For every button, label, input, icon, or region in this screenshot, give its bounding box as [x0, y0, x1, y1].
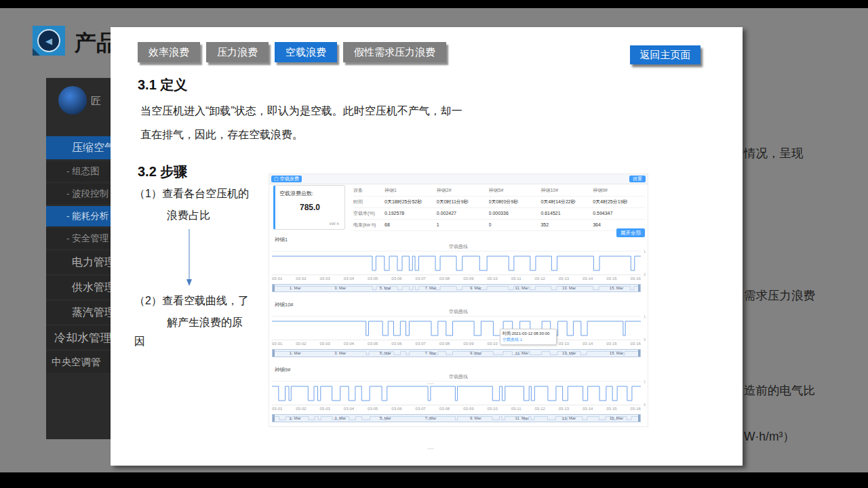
slider-label: 5. Mar — [380, 285, 391, 291]
x-axis-tick: 03-05 — [368, 341, 378, 346]
x-axis-tick: 03-09 — [463, 406, 473, 411]
step1-text: 浪费占比 — [167, 209, 210, 223]
table-cell: 0天0时11分9秒 — [437, 197, 489, 208]
table-header-cell: 神钢2# — [437, 185, 489, 197]
x-axis-tick: 03-07 — [416, 341, 426, 346]
legend-label: 空载曲线 — [449, 243, 468, 250]
slider-label: 7. Mar — [425, 285, 436, 291]
x-axis-tick: 03-04 — [344, 276, 354, 281]
chart-title: 神钢9# — [275, 367, 648, 373]
y-axis-tick: 1 — [644, 314, 646, 319]
y-axis-tick: 0 — [644, 403, 646, 407]
datazoom-slider[interactable]: 1. Mar3. Mar5. Mar7. Mar9. Mar11. Mar13.… — [272, 414, 641, 422]
step2-text: 因 — [134, 335, 145, 349]
chart-title: 神钢10# — [275, 302, 648, 308]
x-axis-tick: 03-04 — [344, 406, 354, 411]
y-axis-tick: 0 — [644, 272, 646, 277]
x-axis-tick: 03-01 — [272, 406, 282, 411]
x-axis-tick: 03-07 — [416, 406, 426, 411]
chart-block: 神钢1空载曲线1003-0103-0203-0303-0403-0503-060… — [269, 237, 648, 300]
down-arrow-icon — [185, 229, 193, 287]
x-axis-tick: 03-14 — [583, 406, 593, 411]
settings-button[interactable]: 设置 — [629, 176, 646, 182]
x-axis-tick: 03-06 — [391, 276, 401, 281]
background-text-fragment: 情况，呈现 — [744, 145, 804, 161]
x-axis-tick: 03-03 — [320, 406, 330, 411]
x-axis-tick: 03-10 — [487, 406, 497, 411]
table-row-label: 时间 — [353, 197, 384, 208]
table-header-cell: 神钢10# — [540, 185, 593, 197]
slider-label: 15. Mar — [610, 285, 623, 291]
slider-label: 15. Mar — [610, 350, 623, 357]
definition-line: 当空压机进入“卸载”状态，即认为是空载。此时空压机不产气，却一 — [140, 99, 500, 123]
tab-item[interactable]: 假性需求压力浪费 — [343, 42, 446, 62]
dashboard-screenshot: ▢ 空载浪费 设置 空载浪费总数: 785.0 kW·h 设备神钢1神钢2#神钢… — [269, 174, 648, 427]
chart-legend[interactable]: 空载曲线 — [269, 243, 648, 249]
x-axis-tick: 03-10 — [487, 341, 497, 346]
chart-legend[interactable]: 空载曲线 — [269, 373, 648, 380]
chart-legend[interactable]: 空载曲线 — [269, 308, 648, 314]
tooltip-value: 空载曲线:1 — [502, 337, 554, 343]
waste-table: 设备神钢1神钢2#神钢5#神钢10#神钢9#时间0天18时25分52秒0天0时1… — [353, 185, 645, 231]
table-cell: 352 — [540, 220, 593, 231]
step2-text: 解产生浪费的原 — [167, 316, 243, 330]
chart-plot[interactable]: 10 — [272, 316, 641, 340]
chart-plot[interactable]: 10 — [272, 381, 641, 405]
app-logo-icon — [58, 86, 87, 115]
back-button[interactable]: ◀ — [33, 26, 65, 56]
table-cell: 1 — [437, 220, 489, 231]
tab-item[interactable]: 效率浪费 — [138, 42, 200, 62]
x-axis-tick: 03-01 — [272, 276, 282, 281]
slider-label: 11. Mar — [515, 285, 529, 291]
table-cell: 0天4时25分19秒 — [593, 197, 645, 208]
table-header-cell: 设备 — [353, 185, 384, 197]
x-axis-tick: 03-15 — [606, 406, 616, 411]
step1-text: （1）查看各台空压机的 — [134, 187, 249, 201]
y-axis-tick: 1 — [644, 249, 646, 253]
dashboard-title-badge: ▢ 空载浪费 — [271, 176, 302, 182]
slider-label: 7. Mar — [425, 350, 436, 357]
slider-label: 9. Mar — [470, 350, 481, 357]
slider-label: 13. Mar — [562, 415, 576, 422]
x-axis-ticks: 03-0103-0203-0303-0403-0503-0603-0703-08… — [272, 276, 641, 281]
background-text-fragment: 造前的电气比 — [744, 382, 815, 399]
x-axis-tick: 03-02 — [296, 406, 306, 411]
table-cell: 0天18时25分52秒 — [384, 197, 437, 208]
slider-label: 1. Mar — [290, 285, 301, 291]
x-axis-tick: 03-11 — [511, 276, 521, 281]
datazoom-slider[interactable]: 1. Mar3. Mar5. Mar7. Mar9. Mar11. Mar13.… — [272, 284, 641, 292]
tab-item[interactable]: 空载浪费 — [275, 42, 337, 62]
x-axis-tick: 03-06 — [391, 341, 401, 346]
slider-labels: 1. Mar3. Mar5. Mar7. Mar9. Mar11. Mar13.… — [273, 285, 640, 291]
slider-label: 5. Mar — [380, 350, 391, 357]
slider-label: 3. Mar — [334, 285, 346, 291]
return-home-button[interactable]: 返回主页面 — [630, 45, 701, 64]
table-cell: 0天4时14分22秒 — [540, 197, 593, 208]
slider-label: 1. Mar — [290, 415, 301, 422]
chart-tooltip: 时间:2021-03-12 08:30:00 空载曲线:1 — [500, 329, 557, 345]
waste-total-value: 785.0 — [275, 203, 344, 212]
background-text-fragment: W·h/m³） — [744, 428, 795, 445]
table-cell: 0.002427 — [437, 208, 489, 220]
table-cell: 0.614521 — [540, 208, 593, 220]
waste-total-card: 空载浪费总数: 785.0 kW·h — [273, 185, 345, 230]
x-axis-tick: 03-09 — [463, 276, 473, 281]
table-cell: 0.192578 — [384, 208, 437, 220]
x-axis-tick: 03-09 — [463, 341, 473, 346]
legend-label: 空载曲线 — [449, 373, 468, 380]
definition-text: 当空压机进入“卸载”状态，即认为是空载。此时空压机不产气，却一 直在排气，因此，… — [140, 99, 500, 146]
tooltip-time: 时间:2021-03-12 08:30:00 — [502, 331, 554, 337]
table-cell: 0.594347 — [593, 208, 645, 220]
slider-label: 13. Mar — [562, 350, 576, 357]
tab-item[interactable]: 压力浪费 — [206, 42, 269, 62]
datazoom-slider[interactable]: 1. Mar3. Mar5. Mar7. Mar9. Mar11. Mar13.… — [272, 349, 641, 357]
badge-label: 空载浪费 — [280, 176, 299, 182]
slider-labels: 1. Mar3. Mar5. Mar7. Mar9. Mar11. Mar13.… — [273, 415, 640, 422]
badge-square-icon: ▢ — [274, 176, 279, 182]
x-axis-tick: 03-01 — [272, 341, 282, 346]
section-heading-steps: 3.2 步骤 — [138, 163, 187, 181]
slider-label: 11. Mar — [515, 415, 529, 422]
slider-label: 11. Mar — [515, 350, 529, 357]
x-axis-tick: 03-06 — [391, 406, 401, 411]
chart-plot[interactable]: 10 — [272, 251, 641, 275]
